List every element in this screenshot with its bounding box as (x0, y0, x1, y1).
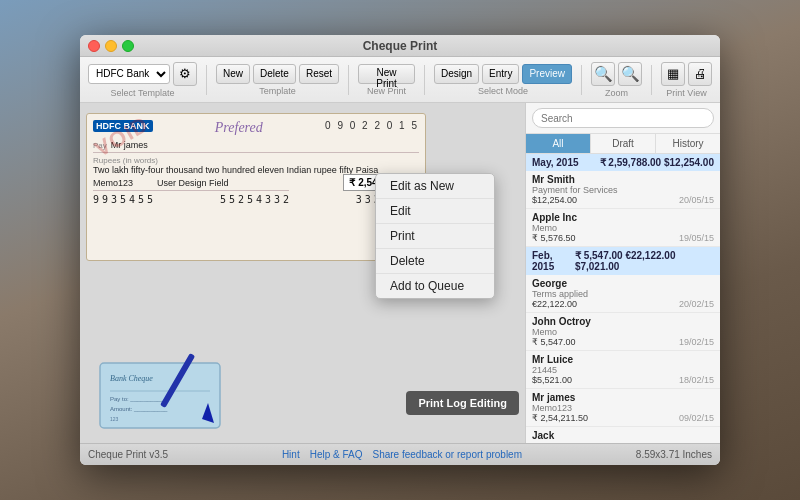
micr1: 9935455 (93, 194, 156, 205)
design-button[interactable]: Design (434, 64, 479, 84)
print-view-icon[interactable]: ▦ (661, 62, 685, 86)
toolbar-print-row: ▦ 🖨 (661, 62, 712, 86)
record-name: Mr james (532, 392, 714, 403)
record-amount: ₹ 2,54,211.50 (532, 413, 588, 423)
template-label: Template (259, 86, 296, 96)
record-row2: $12,254.00 20/05/15 (532, 195, 714, 205)
entry-button[interactable]: Entry (482, 64, 519, 84)
record-row2: ₹ 2,54,211.50 09/02/15 (532, 413, 714, 423)
tab-draft[interactable]: Draft (591, 134, 656, 153)
reset-button[interactable]: Reset (299, 64, 339, 84)
record-amount: ₹ 5,547.00 (532, 337, 576, 347)
record-mr-luice[interactable]: Mr Luice 21445 $5,521.00 18/02/15 (526, 351, 720, 389)
record-date: 19/02/15 (679, 337, 714, 347)
record-date: 18/02/15 (679, 375, 714, 385)
record-george[interactable]: George Terms applied €22,122.00 20/02/15 (526, 275, 720, 313)
toolbar-group-newprint: New Print New Print (358, 64, 415, 96)
record-amount: $12,254.00 (532, 195, 577, 205)
pay-label: Pay (93, 141, 107, 150)
record-memo: 21445 (532, 365, 714, 375)
select-mode-label: Select Mode (478, 86, 528, 96)
details-icon-btn[interactable]: ⚙ (173, 62, 197, 86)
record-mr-james[interactable]: Mr james Memo123 ₹ 2,54,211.50 09/02/15 (526, 389, 720, 427)
cheque-number: 0 9 0 2 2 0 1 5 (325, 120, 419, 131)
toolbar-newprint-row: New Print (358, 64, 415, 84)
window-title: Cheque Print (363, 39, 438, 53)
record-name: Mr Luice (532, 354, 714, 365)
memo-value: Memo123 (93, 178, 133, 188)
record-amount: ₹ 5,576.50 (532, 233, 576, 243)
search-input[interactable] (532, 108, 714, 128)
sep1 (206, 65, 207, 95)
record-date: 09/02/15 (679, 413, 714, 423)
banner-text: Confirm your cheque at "Preview" just be… (79, 7, 721, 22)
record-memo: Payment for Services (532, 185, 714, 195)
record-row2: €22,122.00 20/02/15 (532, 299, 714, 309)
record-memo: Terms applied (532, 289, 714, 299)
records-list: May, 2015 ₹ 2,59,788.00 $12,254.00 Mr Sm… (526, 154, 720, 443)
minimize-button[interactable] (105, 40, 117, 52)
record-name: George (532, 278, 714, 289)
title-bar: Cheque Print (80, 35, 720, 57)
ctx-print[interactable]: Print (376, 224, 494, 249)
record-row2: $5,521.00 18/02/15 (532, 375, 714, 385)
toolbar-group-template: HDFC Bank ⚙ Select Template (88, 62, 197, 98)
record-mr-smith[interactable]: Mr Smith Payment for Services $12,254.00… (526, 171, 720, 209)
top-banner: Confirm your cheque at "Preview" just be… (0, 0, 800, 29)
svg-text:Pay to: ___________: Pay to: ___________ (110, 396, 168, 402)
print-icon[interactable]: 🖨 (688, 62, 712, 86)
toolbar-group-zoom: 🔍 🔍 Zoom (591, 62, 642, 98)
maximize-button[interactable] (122, 40, 134, 52)
record-row2: ₹ 5,547.00 19/02/15 (532, 337, 714, 347)
record-apple-inc[interactable]: Apple Inc Memo ₹ 5,576.50 19/05/15 (526, 209, 720, 247)
ctx-delete[interactable]: Delete (376, 249, 494, 274)
ctx-add-to-queue[interactable]: Add to Queue (376, 274, 494, 298)
ctx-edit-as-new[interactable]: Edit as New (376, 174, 494, 199)
toolbar-zoom-row: 🔍 🔍 (591, 62, 642, 86)
record-jack[interactable]: Jack Memo4 $1,500.00 09/02/15 (526, 427, 720, 443)
cheque-words: Rupees (in words) Two lakh fifty-four th… (93, 156, 419, 175)
micr2: 55254332 (220, 194, 292, 205)
new-button[interactable]: New (216, 64, 250, 84)
record-memo: Memo (532, 327, 714, 337)
cheque-script-title: Prefered (215, 120, 263, 136)
preview-button[interactable]: Preview (522, 64, 572, 84)
right-panel: All Draft History May, 2015 ₹ 2,59,788.0… (525, 103, 720, 443)
toolbar-edit-row: New Delete Reset (216, 64, 339, 84)
print-view-label: Print View (666, 88, 706, 98)
cheque-panel: VOID HDFC BANK Prefered 0 9 0 2 2 0 1 5 … (80, 103, 525, 443)
zoom-in-icon[interactable]: 🔍 (618, 62, 642, 86)
tab-history[interactable]: History (656, 134, 720, 153)
sep3 (424, 65, 425, 95)
new-print-label: New Print (367, 86, 406, 96)
size-text: 8.59x3.71 Inches (636, 449, 712, 460)
record-memo: Memo (532, 223, 714, 233)
cheque-footer: 9935455 55254332 3332244 (93, 194, 419, 205)
pay-row: Pay Mr james (93, 140, 419, 153)
hint-link[interactable]: Hint (282, 449, 300, 460)
template-select[interactable]: HDFC Bank (88, 64, 170, 84)
window-controls[interactable] (88, 40, 134, 52)
ctx-edit[interactable]: Edit (376, 199, 494, 224)
record-memo: Memo123 (532, 403, 714, 413)
month-totals: ₹ 5,547.00 €22,122.00 $7,021.00 (575, 250, 714, 272)
cheque-header: HDFC BANK Prefered 0 9 0 2 2 0 1 5 (93, 120, 419, 136)
delete-button[interactable]: Delete (253, 64, 296, 84)
close-button[interactable] (88, 40, 100, 52)
toolbar: HDFC Bank ⚙ Select Template New Delete R… (80, 57, 720, 103)
version-text: Cheque Print v3.5 (88, 449, 168, 460)
record-john-octroy[interactable]: John Octroy Memo ₹ 5,547.00 19/02/15 (526, 313, 720, 351)
month-label: May, 2015 (532, 157, 579, 168)
toolbar-group-print: ▦ 🖨 Print View (661, 62, 712, 98)
sep4 (581, 65, 582, 95)
bank-logo: HDFC BANK (93, 120, 153, 132)
zoom-out-icon[interactable]: 🔍 (591, 62, 615, 86)
tab-all[interactable]: All (526, 134, 591, 153)
print-log-button[interactable]: Print Log Editing (406, 391, 519, 415)
toolbar-group-modes: Design Entry Preview Select Mode (434, 64, 572, 96)
help-link[interactable]: Help & FAQ (310, 449, 363, 460)
feedback-link[interactable]: Share feedback or report problem (372, 449, 522, 460)
new-print-button[interactable]: New Print (358, 64, 415, 84)
search-bar (526, 103, 720, 134)
select-template-label: Select Template (111, 88, 175, 98)
